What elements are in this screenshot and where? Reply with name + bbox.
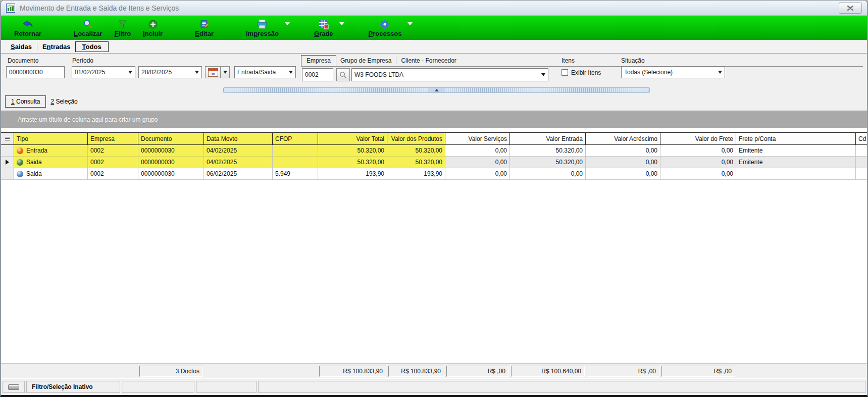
column-header-valor-entrada[interactable]: Valor Entrada [510,133,586,144]
cell-valor-do-frete[interactable]: 0,00 [660,168,736,180]
cell-valor-dos-produtos[interactable]: 50.320,00 [387,157,445,168]
processos-dropdown-arrow-icon[interactable] [407,22,413,25]
editar-button[interactable]: Editar [189,18,220,38]
column-header-empresa[interactable]: Empresa [88,133,138,144]
column-header-frete-p-conta[interactable]: Frete p/Conta [736,133,856,144]
cell-valor-acr-scimo[interactable]: 0,00 [586,145,660,157]
column-header-valor-dos-produtos[interactable]: Valor dos Produtos [387,133,445,144]
row-indicator[interactable] [1,145,14,157]
column-header-cfop[interactable]: CFOP [273,133,318,144]
cell-cd[interactable] [856,145,867,157]
row-indicator[interactable] [1,168,14,180]
group-by-bar[interactable]: Arraste um título de coluna aqui para cr… [1,111,867,128]
cell-valor-entrada[interactable]: 0,00 [510,168,586,180]
column-header-documento[interactable]: Documento [138,133,204,144]
close-button[interactable] [839,3,862,14]
collapse-panel-button[interactable] [428,88,445,92]
main-toolbar: Retornar Localizar Filtro Incluir Editar [1,16,867,40]
cell-documento[interactable]: 0000000030 [138,157,204,168]
exibir-itens-checkbox-row[interactable]: Exibir Itens [561,69,601,76]
calendar-button[interactable]: 30 [205,66,221,78]
cell-valor-dos-produtos[interactable]: 193,90 [387,168,445,180]
grid-corner-cell[interactable] [1,133,14,144]
row-indicator[interactable] [1,157,14,168]
cell-cfop[interactable] [273,157,318,168]
localizar-button[interactable]: Localizar [68,18,108,38]
incluir-button[interactable]: Incluir [137,18,169,38]
column-header-data-movto[interactable]: Data Movto [204,133,273,144]
cell-empresa[interactable]: 0002 [88,168,138,180]
empresa-codigo-input[interactable]: 0002 [302,68,333,81]
grade-button[interactable]: Grade [308,18,339,38]
situacao-select[interactable]: Todas (Selecione) [621,66,725,78]
horizontal-splitter[interactable] [223,87,650,93]
cell-tipo[interactable]: Saida [14,157,88,168]
cell-valor-do-frete[interactable]: 0,00 [660,145,736,157]
cell-documento[interactable]: 0000000030 [138,145,204,157]
tab-saidas[interactable]: Saidas [6,42,36,52]
cell-frete-p-conta[interactable]: Emitente [736,145,856,157]
calendar-dropdown-button[interactable] [220,66,230,78]
table-row[interactable]: Saida0002000000003004/02/202550.320,0050… [1,157,867,168]
table-row[interactable]: Saida0002000000003006/02/20255.949193,90… [1,168,867,180]
tab-cliente-fornecedor[interactable]: Cliente - Fornecedor [397,56,460,65]
impressao-dropdown-arrow-icon[interactable] [285,22,290,25]
cell-valor-servi-os[interactable]: 0,00 [445,145,510,157]
cell-valor-total[interactable]: 50.320,00 [318,157,387,168]
grade-dropdown-arrow-icon[interactable] [339,22,344,25]
tab-empresa[interactable]: Empresa [301,55,336,66]
periodo-to-select[interactable]: 28/02/2025 [138,66,202,78]
window-title: Movimento de Entrada e Saida de Itens e … [20,4,179,12]
tipo-label: Saida [26,170,42,177]
column-header-cd[interactable]: Cd [856,133,867,144]
column-header-valor-servi-os[interactable]: Valor Serviços [445,133,510,144]
exibir-itens-checkbox[interactable] [561,69,568,76]
cell-tipo[interactable]: Entrada [14,145,88,157]
impressao-label: Impressão [246,30,279,38]
cell-tipo[interactable]: Saida [14,168,88,180]
column-header-tipo[interactable]: Tipo [14,133,88,144]
cell-valor-acr-scimo[interactable]: 0,00 [586,157,660,168]
tipo-movimento-select[interactable]: Entrada/Saida [234,66,296,78]
cell-valor-total[interactable]: 193,90 [318,168,387,180]
column-header-valor-acr-scimo[interactable]: Valor Acréscimo [586,133,660,144]
cell-valor-servi-os[interactable]: 0,00 [445,168,510,180]
retornar-button[interactable]: Retornar [8,18,47,38]
tab-todos[interactable]: Todos [75,41,109,52]
table-row[interactable]: Entrada0002000000003004/02/202550.320,00… [1,145,867,157]
cell-empresa[interactable]: 0002 [88,157,138,168]
cell-empresa[interactable]: 0002 [88,145,138,157]
periodo-from-select[interactable]: 01/02/2025 [72,66,135,78]
filtro-button[interactable]: Filtro [109,18,137,38]
tab-entradas[interactable]: Entradas [38,42,75,52]
cell-valor-total[interactable]: 50.320,00 [318,145,387,157]
cell-cd[interactable] [856,157,867,168]
cell-data-movto[interactable]: 04/02/2025 [204,157,273,168]
cell-valor-entrada[interactable]: 50.320,00 [510,145,586,157]
cell-valor-dos-produtos[interactable]: 50.320,00 [387,145,445,157]
cell-cfop[interactable]: 5.949 [273,168,318,180]
tab-selecao[interactable]: 2 Seleção [46,96,82,107]
column-header-valor-total[interactable]: Valor Total [318,133,387,144]
cell-valor-do-frete[interactable]: 0,00 [660,157,736,168]
tipo-label: Saida [26,159,42,166]
cell-documento[interactable]: 0000000030 [138,168,204,180]
documento-input[interactable]: 0000000030 [6,66,65,78]
cell-data-movto[interactable]: 06/02/2025 [204,168,273,180]
cell-data-movto[interactable]: 04/02/2025 [204,145,273,157]
column-header-valor-do-frete[interactable]: Valor do Frete [660,133,736,144]
processos-button[interactable]: Processos [363,18,408,38]
cell-cd[interactable] [856,168,867,180]
empresa-nome-select[interactable]: W3 FOODS LTDA [351,68,548,81]
tab-grupo-de-empresa[interactable]: Grupo de Empresa [336,56,395,65]
cell-valor-acr-scimo[interactable]: 0,00 [586,168,660,180]
cell-frete-p-conta[interactable]: Emitente [736,157,856,168]
empresa-search-button[interactable] [336,68,350,81]
cell-valor-servi-os[interactable]: 0,00 [445,157,510,168]
tab-consulta[interactable]: 1 Consulta [5,95,46,108]
cell-cfop[interactable] [273,145,318,157]
cell-frete-p-conta[interactable] [736,168,856,180]
status-icon-panel [3,381,25,393]
cell-valor-entrada[interactable]: 50.320,00 [510,157,586,168]
impressao-button[interactable]: Impressão [240,18,285,38]
